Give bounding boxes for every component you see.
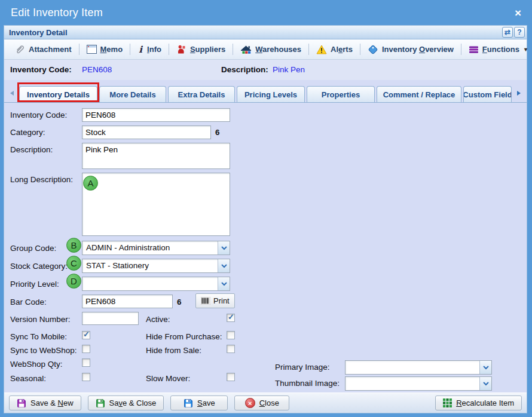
tab-comment-replace[interactable]: Comment / Replace <box>377 86 461 102</box>
alerts-label: Alerts <box>331 45 353 54</box>
thumbnail-image-chevron-icon[interactable] <box>479 377 491 390</box>
stock-category-chevron-icon[interactable] <box>218 259 230 272</box>
sync-to-webshop-checkbox[interactable] <box>82 345 90 353</box>
floppy-purple-icon <box>17 398 26 408</box>
window-content: Inventory Detail ⇄ ? Attachment Memo i I… <box>4 25 527 413</box>
annotation-badge-a: A <box>83 176 98 191</box>
inventory-overview-label: Inventory Overview <box>382 45 454 54</box>
inventory-details-form: Inventory Code: Category: 6 Description:… <box>4 103 527 393</box>
inventory-overview-button[interactable]: Inventory Overview <box>363 42 458 57</box>
stock-category-dropdown[interactable]: STAT - Stationery <box>82 259 230 273</box>
tab-inventory-details[interactable]: Inventory Details <box>19 86 97 102</box>
info-button[interactable]: i Info <box>133 42 166 57</box>
seasonal-label: Seasonal: <box>10 374 46 383</box>
description-summary-label: Description: <box>221 65 268 74</box>
primary-image-chevron-icon[interactable] <box>479 361 491 374</box>
tab-properties[interactable]: Properties <box>307 86 375 102</box>
group-code-chevron-icon[interactable] <box>218 241 230 255</box>
stock-category-value: STAT - Stationery <box>82 259 218 272</box>
tab-scroll-right-icon[interactable] <box>513 87 524 100</box>
annotation-badge-d: D <box>66 274 81 289</box>
save-and-close-button[interactable]: Save & Close <box>88 395 164 410</box>
functions-button[interactable]: Functions ▾ <box>464 43 531 56</box>
refresh-icon[interactable]: ⇄ <box>502 27 513 38</box>
toolbar-separator <box>308 44 309 55</box>
footer-close-label: Close <box>259 398 279 407</box>
sync-to-mobile-checkbox[interactable] <box>82 331 90 339</box>
group-code-dropdown[interactable]: ADMIN - Administration <box>82 241 230 255</box>
save-and-new-button[interactable]: Save & New <box>9 395 81 410</box>
suppliers-label: Suppliers <box>190 45 225 54</box>
close-circle-icon: × <box>245 398 255 408</box>
warehouse-icon <box>240 45 252 54</box>
thumbnail-image-dropdown[interactable] <box>345 376 492 391</box>
seasonal-checkbox[interactable] <box>82 373 90 381</box>
tab-bar: Inventory Details More Details Extra Det… <box>4 80 527 103</box>
attachment-button[interactable]: Attachment <box>10 42 76 57</box>
save-and-new-label: Save & New <box>30 398 74 407</box>
recalculate-grid-icon <box>443 398 452 407</box>
bar-code-input[interactable] <box>82 295 173 308</box>
active-checkbox[interactable] <box>227 314 235 322</box>
inventory-code-input[interactable] <box>82 108 230 122</box>
thumbnail-image-value <box>346 377 479 390</box>
category-input[interactable] <box>82 125 211 139</box>
window-close-icon[interactable]: × <box>515 7 521 19</box>
recalculate-item-label: Recalculate Item <box>456 398 514 407</box>
primary-image-label: Primary Image: <box>275 363 330 372</box>
memo-button[interactable]: Memo <box>82 43 127 56</box>
sync-to-mobile-label: Sync To Mobile: <box>10 332 67 341</box>
hide-from-sale-checkbox[interactable] <box>227 345 235 353</box>
toolbar-separator <box>461 44 461 55</box>
chevron-down-icon: ▾ <box>524 46 527 53</box>
slow-mover-label: Slow Mover: <box>146 374 190 383</box>
tab-extra-details[interactable]: Extra Details <box>168 86 235 102</box>
toolbar-separator <box>130 44 130 55</box>
floppy-green-icon <box>96 398 105 408</box>
memo-label: Memo <box>100 45 123 54</box>
tag-icon <box>368 44 378 55</box>
suppliers-button[interactable]: Suppliers <box>172 42 230 56</box>
priority-level-dropdown[interactable] <box>82 277 230 291</box>
tab-pricing-levels[interactable]: Pricing Levels <box>237 86 305 102</box>
webshop-qty-checkbox[interactable] <box>82 358 90 367</box>
category-label: Category: <box>10 128 45 137</box>
save-label: Save <box>197 398 215 407</box>
recalculate-item-button[interactable]: Recalculate Item <box>435 395 522 410</box>
tab-custom-fields[interactable]: Custom Field <box>463 86 512 102</box>
tab-more-details[interactable]: More Details <box>99 86 166 102</box>
tab-scroll-left-icon[interactable] <box>7 87 17 100</box>
warehouses-button[interactable]: Warehouses <box>236 43 305 56</box>
hide-from-sale-label: Hide from Sale: <box>146 346 201 355</box>
toolbar-separator <box>79 44 80 55</box>
help-icon[interactable]: ? <box>514 27 525 38</box>
save-button[interactable]: Save <box>170 395 228 410</box>
memo-icon <box>87 45 97 54</box>
hide-from-purchase-checkbox[interactable] <box>227 331 235 339</box>
primary-image-dropdown[interactable] <box>345 360 492 375</box>
slow-mover-checkbox[interactable] <box>227 373 235 381</box>
window-titlebar: Edit Inventory Item × <box>0 0 532 25</box>
long-description-input[interactable] <box>82 173 230 236</box>
category-count: 6 <box>215 128 220 137</box>
bar-code-count: 6 <box>177 298 182 306</box>
save-and-close-label: Save & Close <box>109 398 157 407</box>
warehouses-label: Warehouses <box>255 45 301 54</box>
annotation-badge-c: C <box>66 256 81 271</box>
footer-button-bar: Save & New Save & Close Save × Close Rec… <box>4 393 527 413</box>
priority-level-chevron-icon[interactable] <box>218 277 230 290</box>
alerts-button[interactable]: Alerts <box>312 43 357 56</box>
sync-to-webshop-label: Sync to WebShop: <box>10 346 77 355</box>
group-code-label: Group Code: <box>10 244 56 253</box>
info-label: Info <box>147 45 161 54</box>
version-number-input[interactable] <box>82 312 139 325</box>
print-barcode-button[interactable]: Print <box>195 293 235 308</box>
description-label: Description: <box>10 145 53 154</box>
webshop-qty-label: WebShop Qty: <box>10 360 63 369</box>
group-code-value: ADMIN - Administration <box>82 241 218 255</box>
footer-close-button[interactable]: × Close <box>234 395 289 410</box>
thumbnail-image-label: Thumbnail Image: <box>275 379 340 388</box>
description-input[interactable]: Pink Pen <box>82 143 230 169</box>
toolbar-separator <box>169 44 169 55</box>
toolbar-separator <box>360 44 360 55</box>
